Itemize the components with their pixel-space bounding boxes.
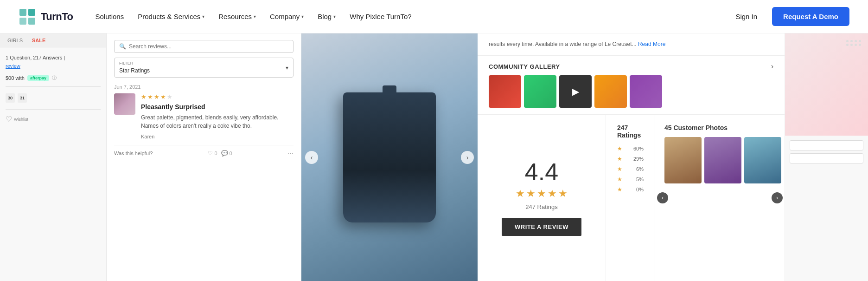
filter-chevron-icon: ▾ (286, 65, 288, 71)
gallery-title: COMMUNITY GALLERY (489, 63, 560, 70)
image-prev-button[interactable]: ‹ (305, 151, 318, 164)
divider2 (6, 109, 101, 110)
wishlist-area[interactable]: ♡ Wishlist (6, 115, 101, 124)
nav-solutions[interactable]: Solutions (90, 9, 130, 24)
bar-row-5: ★ 60% (617, 145, 644, 152)
far-right-panel (785, 33, 868, 281)
center-panel: ‹ › (301, 33, 478, 281)
photos-header: 45 Customer Photos (664, 124, 775, 131)
page-30-button[interactable]: 30 (6, 93, 15, 103)
gallery-thumb-4[interactable] (594, 75, 627, 108)
gallery-images: ▶ (489, 75, 773, 108)
far-right-top (785, 33, 868, 136)
community-gallery-section: COMMUNITY GALLERY › ▶ (478, 56, 785, 115)
products-chevron-icon: ▾ (202, 14, 204, 19)
logo-icon (19, 8, 36, 26)
resources-chevron-icon: ▾ (254, 14, 256, 19)
search-icon: 🔍 (119, 43, 126, 50)
svg-rect-0 (19, 9, 26, 16)
svg-rect-3 (28, 18, 35, 25)
form-field-1[interactable] (790, 140, 863, 150)
gallery-thumb-1[interactable] (489, 75, 521, 108)
form-field-2[interactable] (790, 153, 863, 163)
bar-row-2: ★ 5% (617, 176, 644, 183)
search-box[interactable]: 🔍 (114, 40, 294, 53)
left-stats: 1 Question, 217 Answers | review (6, 54, 101, 70)
page-31-button[interactable]: 31 (18, 93, 27, 103)
rating-stars: ★ ★ ★ ★ ★ (516, 188, 568, 200)
review-title: Pleasantly Surprised (141, 103, 294, 111)
customer-photo-1[interactable] (664, 137, 702, 183)
gallery-thumb-video[interactable]: ▶ (559, 75, 592, 108)
gallery-header: COMMUNITY GALLERY › (489, 62, 773, 71)
product-description: results every time. Available in a wide … (489, 40, 773, 49)
star-5-icon: ★ (617, 145, 622, 152)
gallery-next-button[interactable]: › (771, 62, 773, 71)
star-2-icon: ★ (617, 176, 622, 183)
customer-photo-3[interactable] (744, 137, 781, 183)
gallery-thumb-5[interactable] (630, 75, 662, 108)
nav-links: Solutions Products & Services ▾ Resource… (90, 9, 417, 24)
nav-blog[interactable]: Blog ▾ (312, 9, 341, 24)
search-input[interactable] (129, 43, 288, 50)
rating-star-4: ★ (548, 188, 557, 200)
review-link[interactable]: review (6, 63, 20, 69)
bar-row-3: ★ 6% (617, 166, 644, 172)
play-icon: ▶ (572, 86, 579, 97)
pagination: 30 31 (6, 93, 101, 103)
request-demo-button[interactable]: Request A Demo (772, 7, 849, 26)
tab-sale[interactable]: SALE (29, 37, 48, 44)
main-content: GIRLS SALE 1 Question, 217 Answers | rev… (0, 33, 868, 281)
left-body: 1 Question, 217 Answers | review $00 wit… (0, 47, 106, 130)
star-4-icon: ★ (617, 156, 622, 162)
dot4 (859, 40, 861, 42)
bar-pct-5: 60% (630, 146, 644, 151)
helpful-yes[interactable]: ♡ 0 (208, 150, 217, 157)
sign-in-button[interactable]: Sign In (728, 9, 765, 24)
photos-next-button[interactable]: › (772, 192, 783, 203)
gallery-thumb-2[interactable] (524, 75, 556, 108)
review-author: Karen (141, 134, 294, 139)
nav-why-pixlee[interactable]: Why Pixlee TurnTo? (344, 9, 417, 24)
star-1: ★ (141, 93, 147, 100)
photos-prev-button[interactable]: ‹ (657, 192, 668, 203)
review-panel: 🔍 FILTER Star Ratings ▾ Jun 7, 2021 ★ ★ … (107, 33, 301, 281)
customer-photo-2[interactable] (704, 137, 741, 183)
read-more-link[interactable]: Read More (638, 41, 665, 47)
star-5: ★ (167, 93, 172, 100)
svg-rect-2 (28, 9, 35, 16)
image-next-button[interactable]: › (461, 151, 474, 164)
navbar-left: TurnTo Solutions Products & Services ▾ R… (19, 8, 417, 26)
rating-count: 247 Ratings (525, 203, 557, 210)
product-image-container: ‹ › (301, 33, 478, 281)
tab-girls[interactable]: GIRLS (5, 37, 26, 44)
logo-text: TurnTo (41, 11, 73, 23)
thumbs-down-icon: 💬 (221, 150, 228, 157)
logo[interactable]: TurnTo (19, 8, 73, 26)
dot6 (850, 44, 853, 46)
star-3: ★ (154, 93, 160, 100)
divider (6, 86, 101, 87)
nav-products-services[interactable]: Products & Services ▾ (132, 9, 210, 24)
company-chevron-icon: ▾ (301, 14, 304, 19)
rating-star-3: ★ (537, 188, 546, 200)
write-review-button[interactable]: WRITE A REVIEW (502, 218, 581, 236)
filter-content: FILTER Star Ratings (119, 61, 150, 74)
dot7 (855, 44, 857, 46)
afterpay-badge: afterpay (27, 75, 49, 81)
filter-dropdown[interactable]: FILTER Star Ratings ▾ (114, 58, 294, 78)
info-icon[interactable]: ⓘ (52, 75, 57, 81)
ratings-breakdown-header: 247 Ratings (617, 124, 644, 139)
review-card: ★ ★ ★ ★ ★ Pleasantly Surprised Great pal… (114, 93, 294, 139)
dot2 (850, 40, 853, 42)
helpful-no[interactable]: 💬 0 (221, 150, 232, 157)
product-image-bg (301, 33, 478, 281)
more-button[interactable]: ··· (287, 149, 294, 157)
svg-rect-1 (19, 18, 26, 25)
star-4: ★ (160, 93, 166, 100)
nav-company[interactable]: Company ▾ (264, 9, 309, 24)
review-content: ★ ★ ★ ★ ★ Pleasantly Surprised Great pal… (141, 93, 294, 139)
bar-pct-1: 0% (630, 187, 644, 192)
left-panel: GIRLS SALE 1 Question, 217 Answers | rev… (0, 33, 107, 281)
nav-resources[interactable]: Resources ▾ (213, 9, 262, 24)
